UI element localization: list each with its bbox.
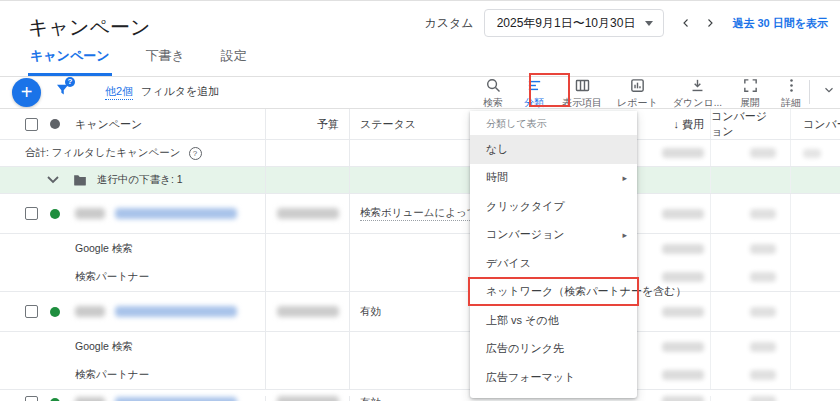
more-button[interactable]: 詳細 bbox=[778, 77, 804, 110]
filter-help-badge: ? bbox=[65, 77, 75, 87]
segment-button[interactable]: 分類 bbox=[521, 77, 547, 110]
menu-item-time[interactable]: 時間 ▸ bbox=[470, 164, 637, 193]
segment-label: 検索パートナー bbox=[75, 270, 149, 284]
date-range-value: 2025年9月1日〜10月30日 bbox=[497, 15, 636, 32]
status-filter-dot-icon[interactable] bbox=[50, 119, 60, 129]
blurred-budget-value bbox=[277, 396, 339, 401]
blurred-cost-value bbox=[662, 370, 704, 380]
menu-item-ad-format[interactable]: 広告フォーマット bbox=[470, 363, 637, 392]
expand-icon bbox=[742, 77, 759, 94]
chevron-down-icon bbox=[822, 83, 836, 97]
blurred-conversions-value bbox=[750, 307, 776, 317]
next-date-button[interactable] bbox=[698, 13, 722, 33]
row-checkbox[interactable] bbox=[25, 305, 38, 318]
download-icon bbox=[689, 77, 706, 94]
blurred-cost-value bbox=[662, 307, 704, 317]
menu-item-top-vs-other[interactable]: 上部 vs その他 bbox=[470, 306, 637, 335]
tab-settings[interactable]: 設定 bbox=[219, 47, 249, 76]
caret-down-icon bbox=[645, 21, 653, 26]
prev-date-button[interactable] bbox=[674, 13, 698, 33]
header-conversions[interactable]: コンバージョン bbox=[710, 109, 790, 139]
status-text: 有効 bbox=[360, 396, 381, 401]
toolbar-divider bbox=[809, 80, 810, 104]
menu-item-device[interactable]: デバイス bbox=[470, 249, 637, 278]
columns-icon bbox=[574, 77, 591, 94]
row-checkbox[interactable] bbox=[25, 207, 38, 220]
date-range-select[interactable]: 2025年9月1日〜10月30日 bbox=[484, 9, 665, 37]
segment-label: Google 検索 bbox=[75, 340, 133, 354]
segment-row-google-search: Google 検索 bbox=[0, 332, 840, 361]
chevron-left-icon bbox=[680, 17, 692, 29]
submenu-arrow-icon: ▸ bbox=[622, 173, 627, 183]
tab-bar: キャンペーン 下書き 設定 bbox=[0, 49, 840, 77]
blurred-budget-value bbox=[277, 306, 339, 317]
total-label: 合計: フィルタしたキャンペーン bbox=[25, 146, 181, 160]
menu-item-network[interactable]: ネットワーク（検索パートナーを含む） bbox=[470, 278, 637, 307]
add-campaign-button[interactable]: + bbox=[12, 78, 41, 107]
menu-item-ad-destination[interactable]: 広告のリンク先 bbox=[470, 335, 637, 364]
blurred-conversions-value bbox=[750, 244, 776, 254]
total-row: 合計: フィルタしたキャンペーン ? bbox=[0, 140, 840, 167]
blurred-cost-value bbox=[662, 244, 704, 254]
enabled-status-dot bbox=[50, 307, 60, 317]
blurred-conversions-value bbox=[750, 342, 776, 352]
header-cost-sorted[interactable]: ↓ 費用 bbox=[637, 109, 710, 139]
app-header: キャンペーン カスタム 2025年9月1日〜10月30日 過去 30 日間を表示 bbox=[0, 1, 840, 49]
blurred-campaign-name bbox=[115, 306, 237, 317]
header-budget[interactable]: 予算 bbox=[265, 109, 349, 139]
google-ads-campaigns-page: キャンペーン カスタム 2025年9月1日〜10月30日 過去 30 日間を表示… bbox=[0, 0, 840, 401]
segment-row-search-partners: 検索パートナー bbox=[0, 263, 840, 292]
row-checkbox[interactable] bbox=[25, 396, 38, 401]
date-range-controls: カスタム 2025年9月1日〜10月30日 過去 30 日間を表示 bbox=[425, 9, 828, 37]
bar-chart-icon bbox=[629, 77, 646, 94]
help-icon[interactable]: ? bbox=[189, 147, 202, 160]
submenu-arrow-icon: ▸ bbox=[622, 230, 627, 240]
menu-item-conversions[interactable]: コンバージョン ▸ bbox=[470, 221, 637, 250]
blurred-cost-value bbox=[662, 396, 704, 401]
enabled-status-dot bbox=[50, 209, 60, 219]
select-all-checkbox[interactable] bbox=[25, 118, 38, 131]
menu-item-none[interactable]: なし bbox=[470, 135, 637, 164]
blurred-campaign-type bbox=[75, 208, 105, 219]
menu-header: 分類して表示 bbox=[470, 111, 637, 135]
toolbar-actions: 検索 分類 表示項目 bbox=[480, 77, 804, 110]
chevron-right-icon bbox=[704, 17, 716, 29]
campaign-row: 有効 bbox=[0, 292, 840, 332]
tab-drafts[interactable]: 下書き bbox=[144, 47, 187, 76]
filter-add-label[interactable]: フィルタを追加 bbox=[141, 84, 219, 99]
drafts-group-row[interactable]: 進行中の下書き: 1 bbox=[0, 167, 840, 194]
blurred-conversions-value bbox=[750, 272, 776, 282]
header-campaign[interactable]: キャンペーン bbox=[75, 117, 142, 132]
blurred-value bbox=[803, 149, 821, 158]
campaigns-table: キャンペーン 予算 ステータス ↓ 費用 コンバージョン コンバージ 合計: フ… bbox=[0, 108, 840, 401]
page-title: キャンペーン bbox=[28, 14, 150, 41]
filter-funnel-icon[interactable]: ? bbox=[54, 81, 72, 99]
last-30-days-link[interactable]: 過去 30 日間を表示 bbox=[732, 16, 828, 31]
filter-more-link[interactable]: 他2個 bbox=[105, 84, 133, 100]
segment-row-search-partners: 検索パートナー bbox=[0, 361, 840, 390]
columns-button[interactable]: 表示項目 bbox=[562, 77, 602, 110]
segment-row-google-search: Google 検索 bbox=[0, 234, 840, 263]
search-button[interactable]: 検索 bbox=[480, 77, 506, 110]
segment-label: 検索パートナー bbox=[75, 368, 149, 382]
collapse-toolbar-button[interactable] bbox=[822, 83, 836, 97]
segment-label: Google 検索 bbox=[75, 242, 133, 256]
blurred-campaign-type bbox=[75, 397, 105, 401]
tab-campaigns[interactable]: キャンペーン bbox=[28, 47, 112, 76]
blurred-conversions-value bbox=[750, 396, 776, 401]
chevron-down-icon[interactable] bbox=[47, 176, 59, 184]
blurred-cost-value bbox=[662, 272, 704, 282]
header-conversions-clipped[interactable]: コンバージ bbox=[790, 109, 840, 139]
blurred-conversions-value bbox=[750, 370, 776, 380]
report-button[interactable]: レポート bbox=[617, 77, 658, 110]
blurred-budget-value bbox=[277, 208, 339, 219]
header-status[interactable]: ステータス bbox=[349, 109, 470, 139]
expand-button[interactable]: 展開 bbox=[737, 77, 763, 110]
download-button[interactable]: ダウンロ... bbox=[673, 77, 722, 110]
blurred-campaign-name bbox=[115, 397, 237, 401]
segment-dropdown-menu: 分類して表示 なし 時間 ▸ クリックタイプ コンバージョン ▸ デバイス ネッ… bbox=[470, 111, 637, 398]
menu-item-click-type[interactable]: クリックタイプ bbox=[470, 192, 637, 221]
blurred-campaign-type bbox=[75, 306, 105, 317]
more-vertical-icon bbox=[783, 77, 800, 94]
campaign-row: 検索ボリュームによって制限され bbox=[0, 194, 840, 234]
